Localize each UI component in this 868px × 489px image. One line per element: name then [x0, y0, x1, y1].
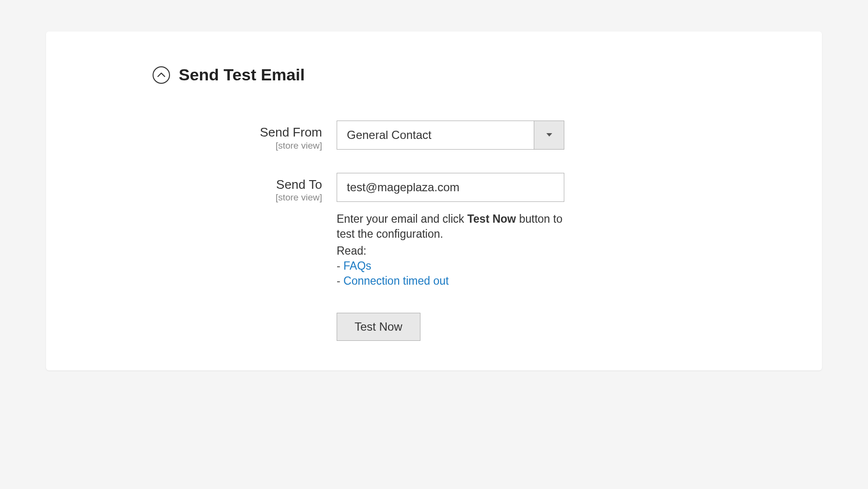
send-to-label-col: Send To [store view]	[153, 173, 337, 203]
send-to-input[interactable]	[337, 173, 564, 202]
faqs-link[interactable]: FAQs	[343, 260, 372, 272]
helper-faqs-line: - FAQs	[337, 259, 564, 274]
settings-panel: Send Test Email Send From [store view] G…	[46, 31, 822, 370]
section-title: Send Test Email	[179, 65, 305, 84]
helper-read-label: Read:	[337, 244, 564, 259]
connection-timed-out-link[interactable]: Connection timed out	[343, 275, 449, 287]
send-to-scope: [store view]	[153, 192, 322, 203]
helper-timeout-line: - Connection timed out	[337, 274, 564, 289]
helper-links: Read: - FAQs - Connection timed out	[337, 244, 564, 289]
send-from-label-col: Send From [store view]	[153, 121, 337, 151]
button-col: Test Now	[337, 313, 420, 341]
send-to-row: Send To [store view] Enter your email an…	[153, 173, 793, 289]
send-to-input-col: Enter your email and click Test Now butt…	[337, 173, 564, 289]
send-from-label: Send From	[153, 125, 322, 139]
helper-dash-1: -	[337, 260, 343, 272]
section-header[interactable]: Send Test Email	[153, 65, 793, 84]
send-from-row: Send From [store view] General Contact	[153, 121, 793, 151]
send-from-select[interactable]: General Contact	[337, 121, 564, 150]
test-now-button[interactable]: Test Now	[337, 313, 420, 341]
send-to-label: Send To	[153, 178, 322, 192]
send-from-input-col: General Contact	[337, 121, 564, 150]
helper-dash-2: -	[337, 275, 343, 287]
send-to-helper: Enter your email and click Test Now butt…	[337, 212, 564, 242]
send-from-value: General Contact	[337, 121, 534, 149]
collapse-icon[interactable]	[153, 66, 170, 84]
helper-pre: Enter your email and click	[337, 213, 467, 225]
chevron-down-icon[interactable]	[534, 121, 564, 149]
send-from-scope: [store view]	[153, 140, 322, 151]
button-row: Test Now	[153, 313, 793, 341]
helper-bold: Test Now	[467, 213, 516, 225]
